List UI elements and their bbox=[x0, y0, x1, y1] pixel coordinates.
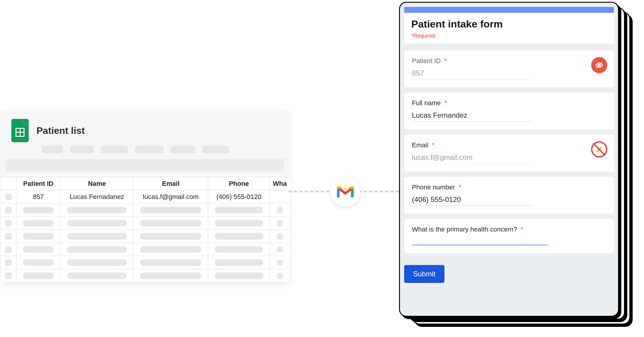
cell-email[interactable]: lucas.f@gmail.com bbox=[134, 190, 208, 203]
form-title: Patient intake form bbox=[411, 18, 607, 30]
toolbar-chip bbox=[42, 146, 63, 154]
corner-cell bbox=[0, 177, 16, 190]
intake-form: Patient intake form *Required Patient ID… bbox=[399, 2, 619, 317]
hidden-icon bbox=[591, 57, 607, 73]
concern-input[interactable] bbox=[412, 238, 548, 245]
table-row[interactable] bbox=[0, 217, 290, 230]
google-sheets-icon bbox=[11, 119, 29, 142]
toolbar-chip bbox=[70, 146, 94, 154]
svg-rect-1 bbox=[351, 187, 354, 197]
formula-bar[interactable] bbox=[5, 159, 284, 171]
question-concern: What is the primary health concern? * bbox=[404, 219, 614, 253]
question-email: Email * lucas.f@gmail.com bbox=[404, 135, 614, 171]
patient-id-value: 857 bbox=[412, 69, 532, 79]
toolbar-chip bbox=[135, 146, 164, 154]
table-row[interactable] bbox=[0, 230, 290, 243]
toolbar-chip bbox=[171, 146, 195, 154]
question-label: Email bbox=[412, 141, 428, 149]
column-header-email[interactable]: Email bbox=[134, 177, 208, 190]
form-accent-bar bbox=[404, 7, 614, 13]
cell-patient-id[interactable]: 857 bbox=[16, 190, 61, 203]
toolbar-chip bbox=[101, 146, 128, 154]
column-header-phone[interactable]: Phone bbox=[208, 177, 270, 190]
phone-input[interactable]: (406) 555-0120 bbox=[412, 195, 532, 206]
cell-name[interactable]: Lucas Fernadanez bbox=[60, 190, 134, 203]
question-label: Patient ID bbox=[412, 57, 441, 65]
submit-button[interactable]: Submit bbox=[404, 265, 444, 283]
table-row[interactable] bbox=[0, 256, 290, 269]
column-header-patient-id[interactable]: Patient ID bbox=[16, 177, 61, 190]
spreadsheet-panel: Patient list Patient ID Name Email Phone… bbox=[0, 111, 290, 282]
gmail-icon bbox=[330, 177, 360, 207]
spreadsheet-toolbar bbox=[0, 146, 290, 159]
spreadsheet-grid[interactable]: Patient ID Name Email Phone Wha 857 Luca… bbox=[0, 177, 290, 282]
full-name-input[interactable]: Lucas Fernandez bbox=[412, 111, 532, 122]
table-row[interactable] bbox=[0, 203, 290, 217]
question-phone: Phone number * (406) 555-0120 bbox=[404, 177, 614, 214]
table-row[interactable] bbox=[0, 243, 290, 256]
question-label: What is the primary health concern? bbox=[412, 226, 517, 233]
email-value: lucas.f@gmail.com bbox=[412, 153, 532, 164]
table-row[interactable] bbox=[0, 269, 290, 282]
no-edit-icon bbox=[591, 141, 607, 157]
question-label: Full name bbox=[412, 99, 441, 107]
spreadsheet-title: Patient list bbox=[36, 125, 85, 136]
question-label: Phone number bbox=[412, 183, 455, 191]
toolbar-chip bbox=[203, 146, 229, 154]
cell-phone[interactable]: (406) 555-0120 bbox=[208, 190, 270, 203]
question-patient-id: Patient ID * 857 bbox=[404, 50, 614, 87]
required-note: *Required bbox=[411, 33, 607, 39]
column-header-name[interactable]: Name bbox=[60, 177, 134, 190]
table-row[interactable]: 857 Lucas Fernadanez lucas.f@gmail.com (… bbox=[0, 190, 290, 203]
column-header-concern[interactable]: Wha bbox=[270, 177, 290, 190]
svg-rect-0 bbox=[337, 187, 340, 197]
question-full-name: Full name * Lucas Fernandez bbox=[404, 93, 614, 129]
